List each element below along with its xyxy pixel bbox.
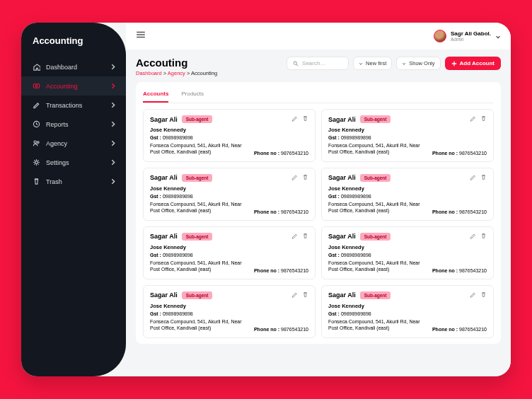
address: Fonseca Compound, 541, Akurli Rd, Near P… bbox=[328, 260, 427, 273]
sidebar-item-agency[interactable]: Agency bbox=[21, 134, 126, 153]
search-placeholder: Search… bbox=[302, 60, 325, 66]
account-name: Sagar Ali bbox=[150, 233, 178, 240]
chevron-down-icon bbox=[495, 30, 501, 42]
chevron-down-icon bbox=[359, 62, 363, 66]
account-name: Sagar Ali bbox=[328, 174, 356, 181]
trash-icon bbox=[33, 178, 40, 185]
sidebar-item-trash[interactable]: Trash bbox=[21, 172, 126, 191]
search-input[interactable]: Search… bbox=[287, 57, 349, 70]
topbar: Sagr Ali Gabol. Admin bbox=[126, 23, 511, 50]
tab-products[interactable]: Products bbox=[181, 88, 204, 103]
role-badge: Sub-agent bbox=[360, 174, 391, 182]
edit-icon[interactable] bbox=[470, 115, 476, 122]
sidebar-item-reports[interactable]: Reports bbox=[21, 115, 126, 134]
phone-line: Phone no : 9876543210 bbox=[254, 327, 308, 332]
gst-line: Gst : 09898989898 bbox=[150, 253, 308, 258]
sidebar-item-dashboard[interactable]: Dashboard bbox=[21, 57, 126, 76]
address: Fonseca Compound, 541, Akurli Rd, Near P… bbox=[328, 318, 427, 332]
account-subtitle: Jose Kennedy bbox=[328, 244, 487, 250]
role-badge: Sub-agent bbox=[182, 115, 213, 123]
chevron-right-icon bbox=[110, 82, 117, 90]
gst-line: Gst : 09898989898 bbox=[150, 311, 308, 316]
gst-line: Gst : 09898989898 bbox=[150, 194, 308, 199]
add-account-button[interactable]: Add Account bbox=[445, 57, 501, 70]
chevron-down-icon bbox=[402, 62, 406, 66]
address: Fonseca Compound, 541, Akurli Rd, Near P… bbox=[150, 201, 249, 214]
account-subtitle: Jose Kennedy bbox=[328, 127, 487, 133]
account-subtitle: Jose Kennedy bbox=[150, 244, 308, 250]
edit-icon[interactable] bbox=[291, 291, 298, 298]
address: Fonseca Compound, 541, Akurli Rd, Near P… bbox=[150, 142, 249, 156]
sidebar-item-label: Accounting bbox=[46, 83, 78, 90]
app-logo: Accounting bbox=[21, 33, 126, 57]
sidebar-item-transactions[interactable]: Transactions bbox=[21, 96, 126, 115]
account-card: Sagar AliSub-agentJose KennedyGst : 0989… bbox=[143, 109, 316, 162]
breadcrumb-item: Accounting bbox=[191, 70, 217, 76]
user-menu[interactable]: Sagr Ali Gabol. Admin bbox=[434, 30, 501, 42]
home-icon bbox=[33, 63, 40, 71]
sort-dropdown[interactable]: New first bbox=[353, 57, 392, 70]
tab-accounts[interactable]: Accounts bbox=[143, 88, 168, 103]
trash-icon[interactable] bbox=[480, 174, 487, 180]
menu-toggle-button[interactable] bbox=[136, 30, 146, 42]
chevron-right-icon bbox=[110, 178, 117, 185]
sidebar-item-label: Agency bbox=[46, 140, 67, 147]
page-title: Accouting bbox=[136, 57, 217, 69]
breadcrumb-item[interactable]: Dashboard bbox=[136, 70, 162, 76]
camera-icon bbox=[33, 82, 40, 90]
account-name: Sagar Ali bbox=[328, 291, 356, 299]
sidebar-item-label: Reports bbox=[46, 121, 69, 128]
sidebar: Accounting DashboardAccountingTransactio… bbox=[21, 23, 126, 376]
trash-icon[interactable] bbox=[480, 233, 487, 239]
edit-icon[interactable] bbox=[291, 233, 298, 239]
address: Fonseca Compound, 541, Akurli Rd, Near P… bbox=[150, 318, 249, 332]
edit-icon[interactable] bbox=[470, 174, 476, 180]
address: Fonseca Compound, 541, Akurli Rd, Near P… bbox=[328, 201, 427, 214]
gst-line: Gst : 09898989898 bbox=[328, 253, 487, 258]
trash-icon[interactable] bbox=[302, 174, 308, 180]
trash-icon[interactable] bbox=[480, 115, 487, 122]
chevron-right-icon bbox=[110, 63, 117, 71]
edit-icon[interactable] bbox=[470, 291, 476, 298]
account-name: Sagar Ali bbox=[150, 291, 178, 299]
sidebar-item-label: Trash bbox=[46, 178, 62, 185]
account-subtitle: Jose Kennedy bbox=[328, 185, 487, 192]
address: Fonseca Compound, 541, Akurli Rd, Near P… bbox=[150, 260, 249, 273]
user-name: Sagr Ali Gabol. bbox=[451, 31, 491, 37]
app-window: Accounting DashboardAccountingTransactio… bbox=[21, 23, 511, 376]
edit-icon[interactable] bbox=[470, 233, 476, 239]
breadcrumb-item[interactable]: Agency bbox=[168, 70, 185, 76]
account-card: Sagar AliSub-agentJose KennedyGst : 0989… bbox=[143, 226, 316, 279]
main-area: Sagr Ali Gabol. Admin Accouting Dashboar… bbox=[126, 23, 511, 376]
phone-line: Phone no : 9876543210 bbox=[254, 268, 308, 273]
sidebar-item-label: Settings bbox=[46, 159, 69, 166]
sidebar-item-settings[interactable]: Settings bbox=[21, 153, 126, 172]
user-role: Admin bbox=[451, 37, 491, 42]
trash-icon[interactable] bbox=[480, 291, 487, 298]
phone-line: Phone no : 9876543210 bbox=[432, 268, 487, 273]
role-badge: Sub-agent bbox=[182, 291, 213, 299]
account-card: Sagar AliSub-agentJose KennedyGst : 0989… bbox=[321, 109, 494, 162]
role-badge: Sub-agent bbox=[360, 115, 391, 123]
filter-dropdown[interactable]: Show Only bbox=[396, 57, 440, 70]
users-icon bbox=[33, 139, 40, 147]
tabs: AccountsProducts bbox=[143, 88, 494, 103]
account-subtitle: Jose Kennedy bbox=[150, 303, 308, 309]
edit-icon[interactable] bbox=[291, 174, 298, 180]
phone-line: Phone no : 9876543210 bbox=[432, 151, 487, 156]
trash-icon[interactable] bbox=[302, 115, 308, 122]
trash-icon[interactable] bbox=[302, 291, 308, 298]
gst-line: Gst : 09898989898 bbox=[328, 194, 487, 199]
account-name: Sagar Ali bbox=[328, 233, 356, 240]
phone-line: Phone no : 9876543210 bbox=[432, 327, 487, 332]
chevron-right-icon bbox=[110, 158, 117, 166]
account-card: Sagar AliSub-agentJose KennedyGst : 0989… bbox=[321, 285, 494, 338]
role-badge: Sub-agent bbox=[182, 174, 213, 182]
role-badge: Sub-agent bbox=[182, 233, 213, 241]
trash-icon[interactable] bbox=[302, 233, 308, 239]
account-card: Sagar AliSub-agentJose KennedyGst : 0989… bbox=[143, 168, 316, 221]
account-subtitle: Jose Kennedy bbox=[150, 185, 308, 192]
content: Accouting Dashboard > Agency > Accountin… bbox=[126, 50, 511, 351]
sidebar-item-accounting[interactable]: Accounting bbox=[21, 76, 126, 96]
edit-icon[interactable] bbox=[291, 115, 298, 122]
